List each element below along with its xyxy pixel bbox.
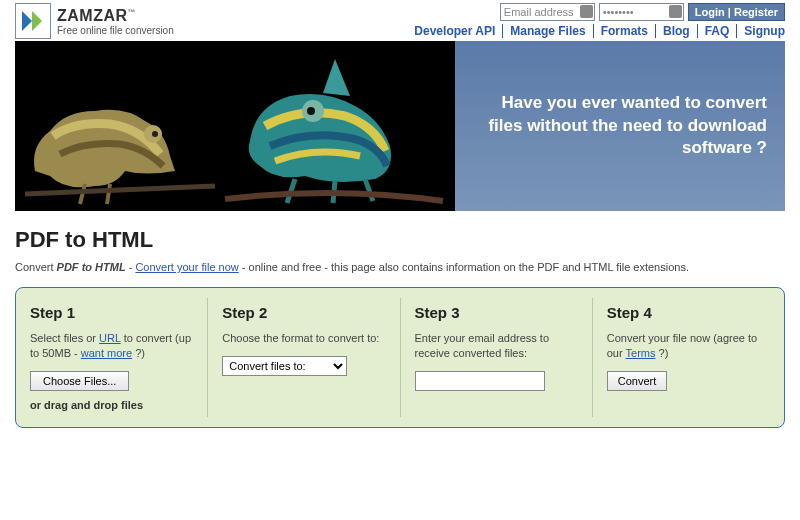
password-field[interactable] — [599, 3, 684, 21]
url-link[interactable]: URL — [99, 332, 121, 344]
hero-image — [15, 41, 455, 211]
hero-banner: Have you ever wanted to convert files wi… — [15, 41, 785, 211]
hero-message: Have you ever wanted to convert files wi… — [473, 92, 767, 161]
drag-drop-text: or drag and drop files — [30, 399, 193, 411]
login-register-button[interactable]: Login | Register — [688, 3, 785, 21]
header: ZAMZAR™ Free online file conversion Logi… — [15, 0, 785, 39]
nav-developer-api[interactable]: Developer API — [407, 24, 503, 38]
nav-blog[interactable]: Blog — [656, 24, 698, 38]
convert-now-link[interactable]: Convert your file now — [135, 261, 238, 273]
svg-point-6 — [307, 107, 315, 115]
nav-formats[interactable]: Formats — [594, 24, 656, 38]
convert-button[interactable]: Convert — [607, 371, 668, 391]
brand-text: ZAMZAR™ Free online file conversion — [57, 7, 174, 36]
logo-icon — [15, 3, 51, 39]
step-3: Step 3 Enter your email address to recei… — [401, 298, 593, 417]
step-1: Step 1 Select files or URL to convert (u… — [16, 298, 208, 417]
email-input[interactable] — [415, 371, 545, 391]
want-more-link[interactable]: want more — [81, 347, 132, 359]
logo-block[interactable]: ZAMZAR™ Free online file conversion — [15, 3, 174, 39]
terms-link[interactable]: Terms — [626, 347, 656, 359]
step2-text: Choose the format to convert to: — [222, 331, 385, 346]
step4-title: Step 4 — [607, 304, 770, 321]
login-row: Login | Register — [500, 3, 785, 21]
nav-signup[interactable]: Signup — [737, 24, 785, 38]
email-field[interactable] — [500, 3, 595, 21]
nav-faq[interactable]: FAQ — [698, 24, 738, 38]
step2-title: Step 2 — [222, 304, 385, 321]
steps-box: Step 1 Select files or URL to convert (u… — [15, 287, 785, 428]
trademark: ™ — [128, 7, 137, 16]
step3-title: Step 3 — [415, 304, 578, 321]
page-title: PDF to HTML — [15, 227, 785, 253]
hero-text-panel: Have you ever wanted to convert files wi… — [455, 41, 785, 211]
brand-tagline: Free online file conversion — [57, 25, 174, 36]
step1-title: Step 1 — [30, 304, 193, 321]
format-select[interactable]: Convert files to: — [222, 356, 347, 376]
step4-text: Convert your file now (agree to our Term… — [607, 331, 770, 361]
choose-files-button[interactable]: Choose Files... — [30, 371, 129, 391]
nav-row: Developer API Manage Files Formats Blog … — [407, 24, 785, 38]
step-4: Step 4 Convert your file now (agree to o… — [593, 298, 784, 417]
brand-name: ZAMZAR — [57, 7, 128, 24]
nav-manage-files[interactable]: Manage Files — [503, 24, 593, 38]
svg-point-4 — [152, 131, 158, 137]
step3-text: Enter your email address to receive conv… — [415, 331, 578, 361]
step-2: Step 2 Choose the format to convert to: … — [208, 298, 400, 417]
step1-text: Select files or URL to convert (up to 50… — [30, 331, 193, 361]
intro-text: Convert PDF to HTML - Convert your file … — [15, 261, 785, 273]
